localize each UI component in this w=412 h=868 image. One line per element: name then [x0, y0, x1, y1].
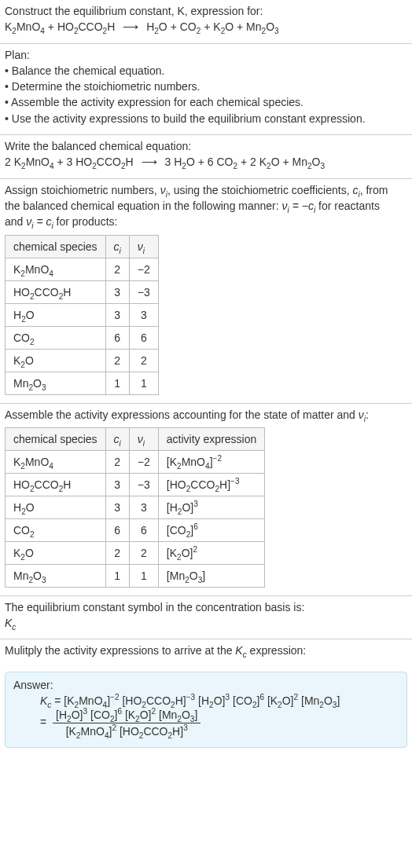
- plan-item: • Use the activity expressions to build …: [5, 111, 407, 126]
- balanced-title: Write the balanced chemical equation:: [5, 138, 407, 154]
- cell-species: Mn2O3: [6, 564, 106, 587]
- cell-nu: 2: [129, 541, 158, 564]
- term-co2: [CO2]6: [90, 709, 122, 721]
- table-row: K2MnO42−2[K2MnO4]−2: [6, 450, 265, 473]
- col-activity: activity expression: [158, 427, 264, 450]
- cell-c: 3: [105, 303, 129, 326]
- cell-activity: [HO2CCO2H]−3: [158, 473, 264, 496]
- table-row: H2O33[H2O]3: [6, 496, 265, 518]
- cell-nu: 6: [129, 518, 158, 541]
- assemble-section: Assemble the activity expressions accoun…: [0, 404, 412, 596]
- col-c: ci: [105, 235, 129, 258]
- term-k2mno4: [K2MnO4]−2: [64, 694, 119, 707]
- product-mn2o3: Mn2O3: [246, 20, 279, 33]
- cell-c: 6: [105, 326, 129, 349]
- cell-c: 3: [105, 496, 129, 518]
- fraction-denominator: [K2MnO4]2 [HO2CCO2H]3: [53, 723, 200, 738]
- term-k2o: [K2O]2: [267, 694, 298, 707]
- table-row: Mn2O311[Mn2O3]: [6, 564, 265, 587]
- cell-c: 2: [105, 258, 129, 280]
- col-species: chemical species: [6, 427, 106, 450]
- cell-c: 1: [105, 564, 129, 587]
- cell-activity: [CO2]6: [158, 518, 264, 541]
- header-equation: K2MnO4 + HO2CCO2H ⟶ H2O + CO2 + K2O + Mn…: [5, 19, 407, 35]
- answer-equation-line2: = [H2O]3 [CO2]6 [K2O]2 [Mn2O3] [K2MnO4]2…: [13, 709, 399, 738]
- product-co2: CO2: [180, 20, 201, 33]
- cell-nu: 1: [129, 564, 158, 587]
- kc-symbol: Kc: [235, 644, 246, 657]
- term-oxalic: [HO2CCO2H]−3: [122, 694, 195, 707]
- table-header-row: chemical species ci νi activity expressi…: [6, 427, 265, 450]
- kc-symbol: Kc: [40, 694, 51, 707]
- cell-c: 3: [105, 473, 129, 496]
- cell-species: H2O: [6, 303, 106, 326]
- cell-nu: −2: [129, 450, 158, 473]
- reactant-k2mno4: K2MnO4: [14, 156, 54, 168]
- plan-title: Plan:: [5, 47, 407, 63]
- term-h2o: [H2O]3: [56, 709, 87, 721]
- cell-activity: [K2MnO4]−2: [158, 450, 264, 473]
- cell-species: CO2: [6, 326, 106, 349]
- nu-symbol: νi: [160, 184, 167, 196]
- cell-species: K2O: [6, 541, 106, 564]
- term-h2o: [H2O]3: [198, 694, 230, 707]
- plan-item: • Determine the stoichiometric numbers.: [5, 79, 407, 94]
- cell-c: 2: [105, 450, 129, 473]
- table-row: CO266: [6, 326, 159, 349]
- cell-c: 6: [105, 518, 129, 541]
- reaction-arrow-icon: ⟶: [137, 154, 162, 170]
- cell-nu: −3: [129, 473, 158, 496]
- cell-activity: [H2O]3: [158, 496, 264, 518]
- table-row: CO266[CO2]6: [6, 518, 265, 541]
- cell-nu: −2: [129, 258, 158, 280]
- multiply-section: Mulitply the activity expressions to arr…: [0, 639, 412, 666]
- table-row: K2O22[K2O]2: [6, 541, 265, 564]
- c-symbol: ci: [352, 184, 359, 196]
- nu-eq-c: νi = ci: [26, 215, 53, 228]
- assign-text: and νi = ci for products:: [5, 214, 407, 229]
- header-line1: Construct the equilibrium constant, K, e…: [5, 3, 407, 19]
- answer-equation-line1: Kc = [K2MnO4]−2 [HO2CCO2H]−3 [H2O]3 [CO2…: [13, 694, 399, 707]
- answer-box: Answer: Kc = [K2MnO4]−2 [HO2CCO2H]−3 [H2…: [5, 672, 407, 748]
- cell-species: K2MnO4: [6, 258, 106, 280]
- term-mn2o3: [Mn2O3]: [301, 694, 340, 707]
- term-co2: [CO2]6: [233, 694, 264, 707]
- plan-item: • Assemble the activity expression for e…: [5, 94, 407, 110]
- assemble-text: Assemble the activity expressions accoun…: [5, 407, 407, 423]
- activity-table: chemical species ci νi activity expressi…: [5, 427, 265, 588]
- stoichiometry-table: chemical species ci νi K2MnO42−2HO2CCO2H…: [5, 235, 159, 395]
- symbol-section: The equilibrium constant symbol in the c…: [0, 596, 412, 640]
- reaction-arrow-icon: ⟶: [118, 19, 143, 35]
- reactant-oxalic: HO2CCO2H: [57, 20, 115, 33]
- cell-nu: 6: [129, 326, 158, 349]
- cell-activity: [K2O]2: [158, 541, 264, 564]
- cell-species: HO2CCO2H: [6, 473, 106, 496]
- cell-species: K2MnO4: [6, 450, 106, 473]
- col-species: chemical species: [6, 235, 106, 258]
- cell-species: H2O: [6, 496, 106, 518]
- product-co2: CO2: [216, 156, 237, 168]
- nu-symbol: νi: [359, 408, 366, 421]
- table-row: K2MnO42−2: [6, 258, 159, 280]
- assign-section: Assign stoichiometric numbers, νi, using…: [0, 179, 412, 404]
- term-k2mno4: [K2MnO4]2: [66, 725, 116, 738]
- col-nu: νi: [129, 235, 158, 258]
- reactant-oxalic: HO2CCO2H: [75, 156, 133, 168]
- product-h2o: H2O: [146, 20, 167, 33]
- nu-eq-neg-c: νi = −ci: [282, 200, 316, 212]
- balanced-section: Write the balanced chemical equation: 2 …: [0, 135, 412, 179]
- product-k2o: K2O: [259, 156, 280, 168]
- symbol-text: The equilibrium constant symbol in the c…: [5, 599, 407, 615]
- cell-c: 2: [105, 349, 129, 372]
- product-h2o: H2O: [174, 156, 195, 168]
- assign-text: Assign stoichiometric numbers, νi, using…: [5, 182, 407, 198]
- plan-item: • Balance the chemical equation.: [5, 63, 407, 79]
- cell-nu: 1: [129, 372, 158, 394]
- plan-section: Plan: • Balance the chemical equation. •…: [0, 44, 412, 135]
- multiply-text: Mulitply the activity expressions to arr…: [5, 643, 407, 658]
- product-k2o: K2O: [213, 20, 234, 33]
- fraction-numerator: [H2O]3 [CO2]6 [K2O]2 [Mn2O3]: [53, 709, 200, 723]
- cell-nu: 3: [129, 496, 158, 518]
- balanced-equation: 2 K2MnO4 + 3 HO2CCO2H ⟶ 3 H2O + 6 CO2 + …: [5, 154, 407, 170]
- cell-species: HO2CCO2H: [6, 280, 106, 303]
